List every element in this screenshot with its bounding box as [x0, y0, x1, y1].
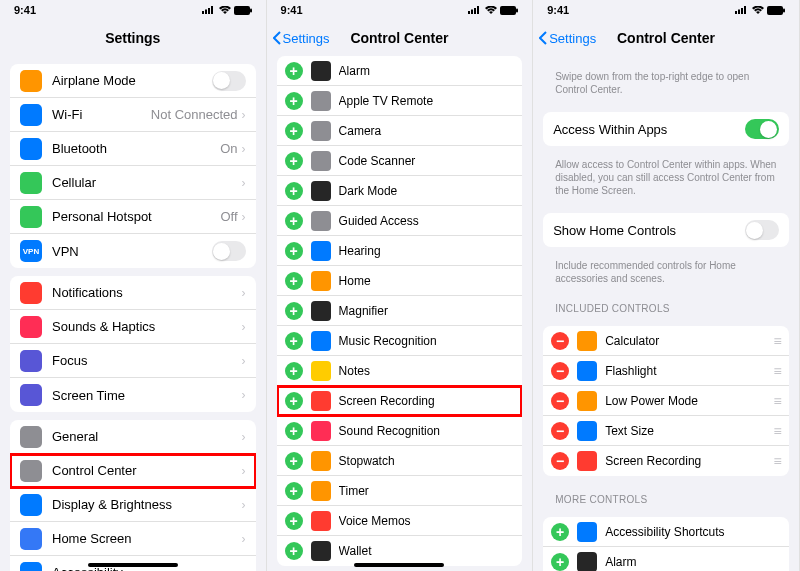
- control-item-row[interactable]: +Hearing: [277, 236, 523, 266]
- add-button[interactable]: +: [285, 452, 303, 470]
- settings-row[interactable]: Personal HotspotOff›: [10, 200, 256, 234]
- settings-row[interactable]: VPNVPN: [10, 234, 256, 268]
- control-label: Screen Recording: [339, 394, 515, 408]
- add-button[interactable]: +: [285, 272, 303, 290]
- access-within-apps-row[interactable]: Access Within Apps: [543, 112, 789, 146]
- app-icon: [311, 541, 331, 561]
- toggle-switch[interactable]: [212, 241, 246, 261]
- settings-row[interactable]: Wi-FiNot Connected›: [10, 98, 256, 132]
- settings-row[interactable]: Sounds & Haptics›: [10, 310, 256, 344]
- more-controls-content[interactable]: +Alarm+Apple TV Remote+Camera+Code Scann…: [267, 56, 533, 571]
- drag-handle-icon[interactable]: ≡: [774, 333, 781, 349]
- add-button[interactable]: +: [285, 422, 303, 440]
- control-item-row[interactable]: +Music Recognition: [277, 326, 523, 356]
- control-item-row[interactable]: +Screen Recording: [277, 386, 523, 416]
- add-button[interactable]: +: [551, 553, 569, 571]
- control-item-row[interactable]: −Flashlight≡: [543, 356, 789, 386]
- remove-button[interactable]: −: [551, 362, 569, 380]
- home-indicator[interactable]: [88, 563, 178, 567]
- control-item-row[interactable]: +Alarm: [543, 547, 789, 571]
- control-item-row[interactable]: +Camera: [277, 116, 523, 146]
- control-item-row[interactable]: +Sound Recognition: [277, 416, 523, 446]
- settings-row[interactable]: General›: [10, 420, 256, 454]
- control-item-row[interactable]: +Timer: [277, 476, 523, 506]
- remove-button[interactable]: −: [551, 392, 569, 410]
- control-item-row[interactable]: +Wallet: [277, 536, 523, 566]
- settings-row[interactable]: Control Center›: [10, 454, 256, 488]
- settings-content[interactable]: Airplane ModeWi-FiNot Connected›Bluetoot…: [0, 56, 266, 571]
- control-item-row[interactable]: +Stopwatch: [277, 446, 523, 476]
- toggle-switch[interactable]: [212, 71, 246, 91]
- settings-row[interactable]: Airplane Mode: [10, 64, 256, 98]
- back-button[interactable]: Settings: [273, 31, 330, 46]
- remove-button[interactable]: −: [551, 332, 569, 350]
- add-button[interactable]: +: [285, 512, 303, 530]
- back-button[interactable]: Settings: [539, 31, 596, 46]
- control-item-row[interactable]: +Magnifier: [277, 296, 523, 326]
- add-button[interactable]: +: [285, 302, 303, 320]
- add-button[interactable]: +: [285, 362, 303, 380]
- add-button[interactable]: +: [285, 332, 303, 350]
- add-button[interactable]: +: [285, 122, 303, 140]
- add-button[interactable]: +: [285, 542, 303, 560]
- control-item-row[interactable]: +Accessibility Shortcuts: [543, 517, 789, 547]
- drag-handle-icon[interactable]: ≡: [774, 453, 781, 469]
- control-item-row[interactable]: +Notes: [277, 356, 523, 386]
- app-icon: [20, 494, 42, 516]
- chevron-right-icon: ›: [242, 388, 246, 402]
- svg-rect-0: [202, 11, 204, 14]
- settings-row[interactable]: Cellular›: [10, 166, 256, 200]
- add-button[interactable]: +: [285, 182, 303, 200]
- control-center-content[interactable]: Swipe down from the top-right edge to op…: [533, 56, 799, 571]
- add-button[interactable]: +: [285, 482, 303, 500]
- control-item-row[interactable]: +Home: [277, 266, 523, 296]
- status-time: 9:41: [547, 4, 569, 16]
- show-home-controls-row[interactable]: Show Home Controls: [543, 213, 789, 247]
- home-indicator[interactable]: [354, 563, 444, 567]
- toggle-switch[interactable]: [745, 119, 779, 139]
- add-button[interactable]: +: [285, 92, 303, 110]
- control-label: Notes: [339, 364, 515, 378]
- toggle-switch[interactable]: [745, 220, 779, 240]
- chevron-right-icon: ›: [242, 498, 246, 512]
- settings-row[interactable]: BluetoothOn›: [10, 132, 256, 166]
- svg-rect-15: [744, 6, 746, 14]
- control-item-row[interactable]: +Dark Mode: [277, 176, 523, 206]
- control-item-row[interactable]: −Screen Recording≡: [543, 446, 789, 476]
- settings-row[interactable]: Notifications›: [10, 276, 256, 310]
- drag-handle-icon[interactable]: ≡: [774, 423, 781, 439]
- settings-row[interactable]: Screen Time›: [10, 378, 256, 412]
- status-indicators: [735, 6, 785, 15]
- control-item-row[interactable]: −Low Power Mode≡: [543, 386, 789, 416]
- drag-handle-icon[interactable]: ≡: [774, 393, 781, 409]
- settings-row[interactable]: Display & Brightness›: [10, 488, 256, 522]
- chevron-right-icon: ›: [242, 320, 246, 334]
- control-item-row[interactable]: −Calculator≡: [543, 326, 789, 356]
- control-item-row[interactable]: +Guided Access: [277, 206, 523, 236]
- app-icon: [20, 206, 42, 228]
- remove-button[interactable]: −: [551, 452, 569, 470]
- settings-row[interactable]: Focus›: [10, 344, 256, 378]
- app-icon: [311, 421, 331, 441]
- add-button[interactable]: +: [285, 392, 303, 410]
- control-item-row[interactable]: +Apple TV Remote: [277, 86, 523, 116]
- control-label: Flashlight: [605, 364, 773, 378]
- add-button[interactable]: +: [285, 242, 303, 260]
- drag-handle-icon[interactable]: ≡: [774, 363, 781, 379]
- control-item-row[interactable]: +Code Scanner: [277, 146, 523, 176]
- add-button[interactable]: +: [285, 62, 303, 80]
- row-value: Not Connected: [151, 107, 238, 122]
- svg-rect-1: [205, 10, 207, 15]
- add-button[interactable]: +: [285, 152, 303, 170]
- add-button[interactable]: +: [551, 523, 569, 541]
- control-item-row[interactable]: +Voice Memos: [277, 506, 523, 536]
- add-button[interactable]: +: [285, 212, 303, 230]
- control-item-row[interactable]: −Text Size≡: [543, 416, 789, 446]
- control-item-row[interactable]: +Alarm: [277, 56, 523, 86]
- app-icon: [20, 316, 42, 338]
- status-bar: 9:41: [267, 0, 533, 20]
- nav-bar: Settings: [0, 20, 266, 56]
- remove-button[interactable]: −: [551, 422, 569, 440]
- app-icon: [311, 121, 331, 141]
- settings-row[interactable]: Home Screen›: [10, 522, 256, 556]
